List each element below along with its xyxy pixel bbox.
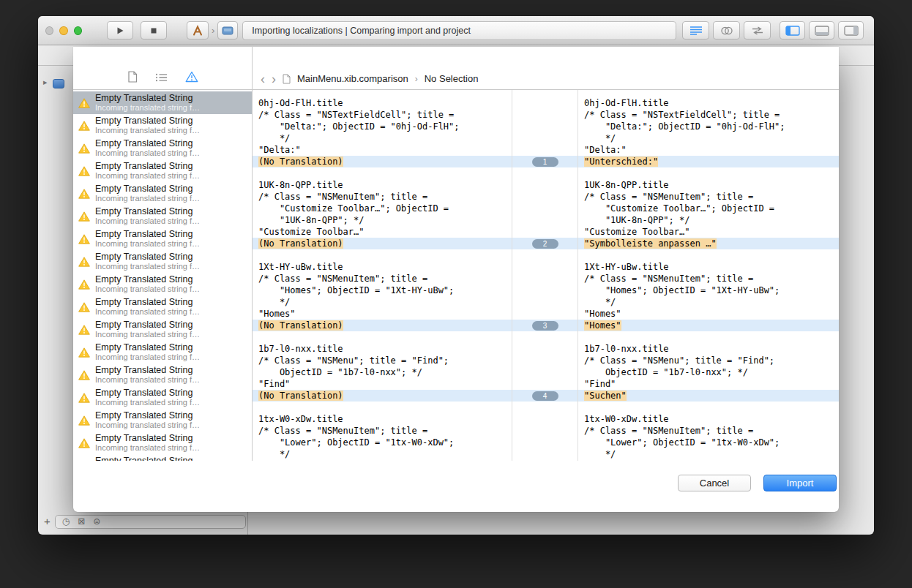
issue-subtitle: Incoming translated string f… [95, 239, 249, 249]
scm-status-icon[interactable]: ⊜ [93, 516, 100, 527]
diff-gutter-row [512, 308, 578, 320]
issue-subtitle: Incoming translated string f… [95, 148, 249, 158]
right-pane[interactable]: 0hj-Od-FlH.title/* Class = "NSTextFieldC… [578, 90, 839, 461]
file-tab-icon[interactable] [127, 71, 138, 83]
diff-gutter-row [512, 448, 578, 460]
list-item[interactable]: Empty Translated String Incoming transla… [73, 137, 252, 159]
issues-tab-icon[interactable] [185, 71, 198, 83]
diff-gutter-row [512, 249, 578, 261]
code-line: 1Xt-HY-uBw.title [578, 261, 839, 273]
disclosure-triangle-icon[interactable]: ▸ [43, 78, 48, 87]
list-item[interactable]: Empty Translated String Incoming transla… [73, 318, 252, 341]
issue-subtitle: Incoming translated string f… [95, 216, 249, 226]
list-item[interactable]: Empty Translated String Incoming transla… [73, 386, 252, 409]
code-line: */ [253, 132, 512, 144]
warning-icon [78, 325, 90, 335]
debug-area-toggle-button[interactable] [809, 21, 834, 39]
list-item[interactable]: Empty Translated String Incoming transla… [73, 341, 252, 363]
play-icon [116, 26, 124, 35]
standard-editor-button[interactable] [682, 21, 709, 39]
code-line [578, 331, 839, 343]
view-toggle-group [780, 21, 864, 39]
code-line: (No Translation) [253, 390, 512, 402]
list-item[interactable]: Empty Translated String Incoming transla… [73, 227, 252, 250]
panel-bottom-icon [815, 26, 829, 36]
stop-button[interactable] [141, 21, 167, 39]
issue-title: Empty Translated String [95, 365, 249, 375]
list-item[interactable]: Empty Translated String Incoming transla… [73, 205, 252, 227]
issue-title: Empty Translated String [95, 274, 249, 284]
warning-icon [78, 166, 90, 176]
minimize-button[interactable] [59, 26, 67, 35]
list-item[interactable]: Empty Translated String Incoming transla… [73, 409, 252, 431]
navigator-toggle-button[interactable] [780, 21, 805, 39]
left-pane[interactable]: 0hj-Od-FlH.title/* Class = "NSTextFieldC… [253, 90, 512, 461]
document-icon [283, 74, 291, 84]
issue-subtitle: Incoming translated string f… [95, 194, 249, 203]
code-line: 1UK-8n-QPP.title [253, 179, 512, 191]
close-button[interactable] [45, 26, 53, 35]
warning-icon [78, 438, 90, 448]
code-line: (No Translation) [253, 320, 512, 331]
diff-badge[interactable]: 2 [532, 239, 558, 249]
list-item[interactable]: Empty Translated String Incoming transla… [73, 454, 252, 461]
panel-left-icon [785, 26, 800, 36]
code-line [253, 331, 512, 343]
recent-files-icon[interactable]: ◷ [62, 516, 70, 527]
warning-icon [78, 189, 90, 199]
issue-title: Empty Translated String [95, 116, 249, 126]
diff-badge[interactable]: 4 [532, 391, 558, 401]
forward-button[interactable]: › [272, 74, 276, 84]
code-line: "Unterschied:" [578, 156, 839, 167]
add-button[interactable]: + [44, 515, 51, 528]
scheme-app-button[interactable] [187, 21, 209, 39]
list-item[interactable]: Empty Translated String Incoming transla… [73, 91, 252, 114]
code-line: "Homes" [578, 308, 839, 320]
list-item[interactable]: Empty Translated String Incoming transla… [73, 431, 252, 454]
breadcrumb-separator: › [415, 74, 418, 84]
issues-list[interactable]: Empty Translated String Incoming transla… [73, 90, 253, 461]
code-line: "Delta:" [578, 144, 839, 156]
code-line: 1Xt-HY-uBw.title [253, 261, 512, 273]
issue-subtitle: Incoming translated string f… [95, 262, 249, 271]
list-item[interactable]: Empty Translated String Incoming transla… [73, 114, 252, 137]
list-tab-icon[interactable] [155, 72, 168, 83]
warning-icon [78, 98, 90, 108]
code-line: /* Class = "NSTextFieldCell"; title = [253, 109, 512, 121]
zoom-button[interactable] [74, 26, 82, 35]
diff-gutter-row [512, 214, 578, 226]
cancel-button[interactable]: Cancel [678, 475, 751, 491]
list-item[interactable]: Empty Translated String Incoming transla… [73, 273, 252, 295]
diff-badge[interactable]: 1 [532, 157, 558, 167]
run-button[interactable] [107, 21, 133, 39]
jump-bar-file[interactable]: MainMenu.xib.comparison [297, 73, 408, 84]
list-item[interactable]: Empty Translated String Incoming transla… [73, 363, 252, 386]
diff-gutter-row [512, 425, 578, 437]
jump-bar-selection[interactable]: No Selection [425, 73, 479, 84]
code-line: */ [578, 132, 839, 144]
filter-field[interactable]: ◷ ⊠ ⊜ [55, 515, 246, 529]
inspector-toggle-button[interactable] [838, 21, 864, 39]
import-button[interactable]: Import [763, 475, 837, 491]
diff-gutter-row [512, 179, 578, 191]
unsaved-files-icon[interactable]: ⊠ [78, 516, 85, 527]
list-item[interactable]: Empty Translated String Incoming transla… [73, 295, 252, 318]
diff-badge[interactable]: 3 [532, 321, 558, 331]
window-controls [45, 26, 88, 35]
assistant-editor-button[interactable] [713, 21, 740, 39]
xcode-window: › Importing localizations | Comparing im… [38, 16, 874, 535]
code-line: /* Class = "NSMenuItem"; title = [253, 273, 512, 284]
list-item[interactable]: Empty Translated String Incoming transla… [73, 182, 252, 205]
list-item[interactable]: Empty Translated String Incoming transla… [73, 159, 252, 182]
code-line: 1tx-W0-xDw.title [253, 413, 512, 425]
scheme-destination-button[interactable] [217, 21, 238, 39]
version-editor-button[interactable] [744, 21, 771, 39]
diff-gutter-row [512, 203, 578, 214]
comparison-editor: 0hj-Od-FlH.title/* Class = "NSTextFieldC… [253, 90, 839, 461]
code-line: "Delta:"; ObjectID = "0hj-Od-FlH"; [253, 121, 512, 132]
code-line [253, 167, 512, 179]
list-item[interactable]: Empty Translated String Incoming transla… [73, 250, 252, 273]
back-button[interactable]: ‹ [261, 74, 265, 84]
diff-gutter-row: 1 [512, 156, 578, 167]
code-line: "Customize Toolbar…"; ObjectID = [253, 203, 512, 214]
